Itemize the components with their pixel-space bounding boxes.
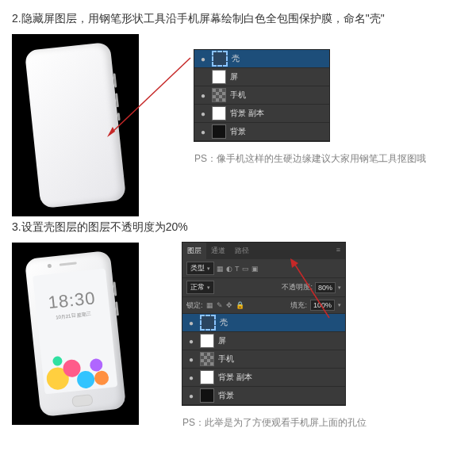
tab-paths[interactable]: 路径 [230, 243, 254, 259]
layer-name: 背景 副本 [230, 108, 325, 119]
visibility-eye-icon[interactable]: ● [186, 373, 196, 382]
layer-row[interactable]: ● 壳 [182, 314, 345, 332]
tab-layers[interactable]: 图层 [182, 243, 206, 259]
layer-name: 手机 [230, 90, 325, 101]
filter-shape-icon[interactable]: ▭ [242, 265, 249, 273]
side-button-icon [113, 73, 117, 87]
visibility-eye-icon[interactable]: ● [198, 109, 208, 118]
lockscreen-clock: 18:30 10月21日 星期三 [33, 269, 112, 342]
step3-title: 3.设置壳图层的图层不透明度为20% [12, 220, 464, 235]
lock-move-icon[interactable]: ✥ [226, 301, 232, 309]
phone-preview-2: 18:30 10月21日 星期三 [12, 243, 139, 425]
opacity-input[interactable]: 80% [315, 282, 336, 293]
dropdown-icon[interactable]: ▾ [338, 285, 341, 291]
blend-mode-select[interactable]: 正常▾ [186, 281, 214, 294]
layer-thumb-icon [200, 315, 216, 331]
home-button-icon [71, 394, 93, 407]
phone-shell-white [25, 42, 126, 208]
dropdown-icon[interactable]: ▾ [338, 302, 341, 308]
lock-all-icon[interactable]: 🔒 [236, 301, 244, 309]
layer-thumb-icon [200, 388, 214, 403]
fill-label: 填充: [290, 300, 307, 311]
layer-name: 背景 [218, 390, 341, 401]
layer-row[interactable]: ● 屏 [182, 332, 345, 350]
visibility-eye-icon[interactable]: ● [198, 128, 208, 136]
panel-menu-icon[interactable]: ≡ [332, 243, 345, 259]
step2-right: ● 壳 屏 ● 手机 ● 背景 副本 ● 背景 [194, 34, 426, 178]
layer-name: 屏 [218, 335, 341, 346]
layer-thumb-icon [200, 370, 214, 384]
layer-name: 壳 [232, 53, 325, 64]
layer-thumb-icon [212, 106, 226, 120]
layer-name: 背景 [230, 126, 325, 137]
step2-title: 2.隐藏屏图层，用钢笔形状工具沿手机屏幕绘制白色全包围保护膜，命名"壳" [12, 12, 464, 26]
filter-pixel-icon[interactable]: ▦ [217, 265, 224, 273]
layer-row[interactable]: ● 手机 [194, 86, 329, 105]
wallpaper-blobs [40, 334, 118, 395]
layer-row[interactable]: ● 壳 [194, 50, 329, 68]
layer-thumb-icon [212, 70, 226, 84]
lock-trans-icon[interactable]: ▦ [206, 301, 213, 309]
layer-row[interactable]: ● 背景 [182, 387, 345, 405]
step2-block: ● 壳 屏 ● 手机 ● 背景 副本 ● 背景 [12, 34, 464, 216]
layer-row[interactable]: 屏 [194, 68, 329, 86]
visibility-eye-icon[interactable]: ● [198, 55, 208, 63]
visibility-eye-icon[interactable]: ● [186, 355, 196, 364]
kind-filter[interactable]: 类型▾ [186, 262, 214, 275]
layers-list: ● 壳 ● 屏 ● 手机 ● 背景 副本 [182, 314, 345, 405]
step3-block: 18:30 10月21日 星期三 图层 通道 [12, 243, 464, 442]
phone-screen: 18:30 10月21日 星期三 [33, 269, 117, 395]
lock-row: 锁定: ▦ ✎ ✥ 🔒 填充: 100% ▾ [182, 297, 345, 314]
visibility-eye-icon[interactable]: ● [186, 392, 196, 400]
lock-paint-icon[interactable]: ✎ [217, 301, 223, 309]
layer-row[interactable]: ● 背景 副本 [194, 105, 329, 123]
step3-note: PS：此举是为了方便观看手机屏上面的孔位 [182, 416, 367, 430]
phone-preview-1 [12, 34, 139, 216]
step3-right: 图层 通道 路径 ≡ 类型▾ ▦ ◐ T ▭ ▣ 正常▾ 不透明度: 80% ▾ [182, 243, 367, 442]
panel-tabs: 图层 通道 路径 ≡ [182, 243, 345, 259]
blend-row: 正常▾ 不透明度: 80% ▾ [182, 278, 345, 297]
phone-body-ui: 18:30 10月21日 星期三 [25, 250, 126, 417]
speaker-icon [60, 262, 77, 266]
layer-thumb-icon [200, 334, 214, 348]
filter-adjust-icon[interactable]: ◐ [226, 265, 232, 273]
filter-text-icon[interactable]: T [235, 265, 240, 273]
filter-smart-icon[interactable]: ▣ [251, 265, 259, 273]
filter-row: 类型▾ ▦ ◐ T ▭ ▣ [182, 259, 345, 278]
layer-name: 壳 [220, 317, 341, 328]
visibility-eye-icon[interactable]: ● [186, 337, 196, 346]
side-button-icon [117, 113, 121, 120]
layers-panel-full: 图层 通道 路径 ≡ 类型▾ ▦ ◐ T ▭ ▣ 正常▾ 不透明度: 80% ▾ [182, 243, 345, 405]
layer-row[interactable]: ● 背景 [194, 123, 329, 141]
clock-date: 10月21日 星期三 [56, 311, 92, 322]
side-button-icon [115, 301, 119, 315]
layer-name: 手机 [218, 354, 341, 365]
layer-thumb-icon [212, 51, 228, 67]
tab-channels[interactable]: 通道 [206, 243, 230, 259]
layer-thumb-icon [200, 352, 214, 366]
camera-icon [48, 264, 52, 268]
layers-panel: ● 壳 屏 ● 手机 ● 背景 副本 ● 背景 [194, 50, 329, 141]
layer-thumb-icon [212, 124, 226, 139]
visibility-eye-icon[interactable]: ● [186, 319, 196, 327]
clock-time: 18:30 [47, 288, 96, 313]
layer-name: 屏 [230, 71, 325, 82]
visibility-eye-icon[interactable]: ● [198, 91, 208, 100]
layer-name: 背景 副本 [218, 372, 341, 383]
layer-thumb-icon [212, 88, 226, 102]
layer-row[interactable]: ● 手机 [182, 350, 345, 369]
side-button-icon [113, 281, 117, 296]
lock-label: 锁定: [186, 300, 203, 311]
step2-note: PS：像手机这样的生硬边缘建议大家用钢笔工具抠图哦 [194, 152, 426, 166]
opacity-label: 不透明度: [282, 282, 313, 292]
layer-row[interactable]: ● 背景 副本 [182, 369, 345, 387]
side-button-icon [115, 93, 119, 107]
fill-input[interactable]: 100% [310, 300, 335, 311]
